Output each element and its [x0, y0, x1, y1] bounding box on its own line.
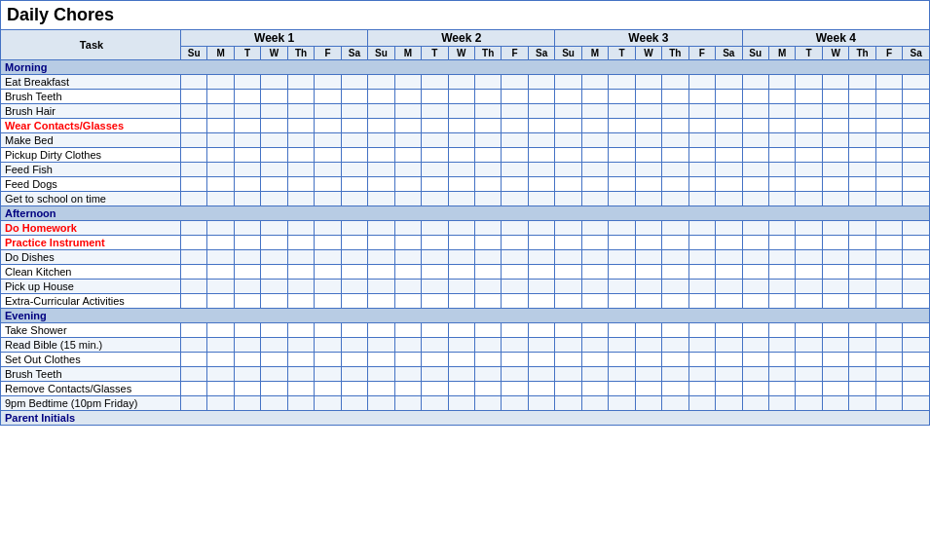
day-cell[interactable] [635, 382, 661, 396]
day-cell[interactable] [875, 265, 902, 280]
day-cell[interactable] [448, 104, 474, 119]
day-cell[interactable] [181, 353, 207, 367]
day-cell[interactable] [474, 104, 501, 119]
day-cell[interactable] [207, 163, 234, 177]
day-cell[interactable] [181, 250, 207, 265]
day-cell[interactable] [822, 192, 848, 206]
day-cell[interactable] [234, 236, 260, 250]
day-cell[interactable] [341, 236, 367, 250]
day-cell[interactable] [635, 104, 661, 119]
day-cell[interactable] [181, 338, 207, 353]
day-cell[interactable] [849, 163, 875, 177]
day-cell[interactable] [688, 133, 715, 148]
day-cell[interactable] [555, 90, 581, 104]
day-cell[interactable] [822, 280, 848, 294]
day-cell[interactable] [502, 396, 528, 411]
day-cell[interactable] [662, 250, 688, 265]
day-cell[interactable] [474, 75, 501, 90]
day-cell[interactable] [448, 236, 474, 250]
day-cell[interactable] [422, 119, 448, 133]
day-cell[interactable] [502, 382, 528, 396]
day-cell[interactable] [875, 75, 902, 90]
day-cell[interactable] [341, 75, 367, 90]
day-cell[interactable] [822, 265, 848, 280]
day-cell[interactable] [207, 294, 234, 309]
day-cell[interactable] [875, 367, 902, 382]
day-cell[interactable] [555, 353, 581, 367]
day-cell[interactable] [662, 236, 688, 250]
day-cell[interactable] [261, 265, 287, 280]
day-cell[interactable] [234, 221, 260, 236]
day-cell[interactable] [474, 265, 501, 280]
day-cell[interactable] [234, 353, 260, 367]
day-cell[interactable] [716, 148, 742, 163]
day-cell[interactable] [768, 90, 795, 104]
day-cell[interactable] [422, 280, 448, 294]
day-cell[interactable] [875, 148, 902, 163]
day-cell[interactable] [662, 75, 688, 90]
day-cell[interactable] [341, 133, 367, 148]
day-cell[interactable] [555, 236, 581, 250]
day-cell[interactable] [234, 280, 260, 294]
day-cell[interactable] [875, 119, 902, 133]
day-cell[interactable] [234, 104, 260, 119]
day-cell[interactable] [662, 323, 688, 338]
day-cell[interactable] [474, 323, 501, 338]
day-cell[interactable] [448, 353, 474, 367]
day-cell[interactable] [796, 221, 822, 236]
day-cell[interactable] [368, 148, 394, 163]
day-cell[interactable] [609, 338, 635, 353]
day-cell[interactable] [822, 148, 848, 163]
day-cell[interactable] [796, 119, 822, 133]
day-cell[interactable] [368, 353, 394, 367]
day-cell[interactable] [716, 323, 742, 338]
day-cell[interactable] [849, 396, 875, 411]
day-cell[interactable] [368, 382, 394, 396]
day-cell[interactable] [742, 280, 768, 294]
day-cell[interactable] [448, 338, 474, 353]
day-cell[interactable] [422, 75, 448, 90]
day-cell[interactable] [315, 338, 341, 353]
day-cell[interactable] [448, 90, 474, 104]
day-cell[interactable] [875, 163, 902, 177]
day-cell[interactable] [394, 148, 421, 163]
day-cell[interactable] [822, 382, 848, 396]
day-cell[interactable] [181, 294, 207, 309]
day-cell[interactable] [474, 294, 501, 309]
day-cell[interactable] [341, 104, 367, 119]
day-cell[interactable] [742, 294, 768, 309]
day-cell[interactable] [207, 133, 234, 148]
day-cell[interactable] [207, 338, 234, 353]
day-cell[interactable] [287, 294, 314, 309]
day-cell[interactable] [234, 133, 260, 148]
day-cell[interactable] [181, 104, 207, 119]
day-cell[interactable] [181, 280, 207, 294]
day-cell[interactable] [474, 177, 501, 192]
day-cell[interactable] [768, 353, 795, 367]
day-cell[interactable] [581, 250, 608, 265]
day-cell[interactable] [502, 353, 528, 367]
day-cell[interactable] [796, 75, 822, 90]
day-cell[interactable] [394, 396, 421, 411]
day-cell[interactable] [768, 177, 795, 192]
day-cell[interactable] [422, 250, 448, 265]
day-cell[interactable] [742, 338, 768, 353]
day-cell[interactable] [261, 353, 287, 367]
day-cell[interactable] [394, 221, 421, 236]
day-cell[interactable] [581, 192, 608, 206]
day-cell[interactable] [315, 367, 341, 382]
day-cell[interactable] [662, 119, 688, 133]
day-cell[interactable] [768, 236, 795, 250]
day-cell[interactable] [287, 119, 314, 133]
day-cell[interactable] [315, 148, 341, 163]
day-cell[interactable] [394, 104, 421, 119]
day-cell[interactable] [368, 192, 394, 206]
day-cell[interactable] [261, 280, 287, 294]
day-cell[interactable] [716, 90, 742, 104]
day-cell[interactable] [368, 104, 394, 119]
day-cell[interactable] [448, 396, 474, 411]
day-cell[interactable] [555, 338, 581, 353]
day-cell[interactable] [581, 353, 608, 367]
day-cell[interactable] [261, 75, 287, 90]
day-cell[interactable] [448, 250, 474, 265]
